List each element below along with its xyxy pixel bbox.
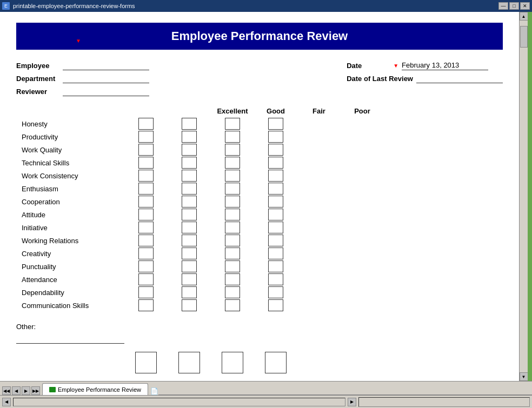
work-quality-good-checkbox[interactable] <box>182 144 197 156</box>
other-checkbox-row <box>16 349 503 376</box>
excellent-cell <box>124 196 168 208</box>
work-quality-fair-checkbox[interactable] <box>225 144 240 156</box>
reviewer-input[interactable] <box>63 86 149 96</box>
other-poor-checkbox[interactable] <box>265 352 287 373</box>
work-consistency-poor-checkbox[interactable] <box>268 170 283 182</box>
cooperation-excellent-checkbox[interactable] <box>138 196 154 208</box>
working-relations-good-checkbox[interactable] <box>182 235 197 246</box>
work-consistency-excellent-checkbox[interactable] <box>138 170 154 182</box>
attitude-good-checkbox[interactable] <box>182 209 197 220</box>
good-cell <box>168 196 211 208</box>
work-consistency-good-checkbox[interactable] <box>182 170 197 182</box>
horizontal-scroll-right[interactable]: ▶ <box>348 398 356 406</box>
attitude-poor-checkbox[interactable] <box>268 209 283 220</box>
creativity-excellent-checkbox[interactable] <box>138 248 154 259</box>
scroll-track[interactable] <box>520 21 528 372</box>
other-fair-checkbox[interactable] <box>222 352 243 373</box>
attitude-fair-checkbox[interactable] <box>225 209 240 220</box>
honesty-good-checkbox[interactable] <box>182 118 197 130</box>
poor-cell <box>254 131 297 143</box>
communication-skills-excellent-checkbox[interactable] <box>138 299 154 311</box>
attendance-fair-checkbox[interactable] <box>225 273 240 285</box>
technical-skills-fair-checkbox[interactable] <box>225 157 240 169</box>
creativity-poor-checkbox[interactable] <box>268 248 283 259</box>
enthusiasm-poor-checkbox[interactable] <box>268 183 283 195</box>
dependability-poor-checkbox[interactable] <box>268 286 283 298</box>
productivity-good-checkbox[interactable] <box>182 131 197 143</box>
initiative-good-checkbox[interactable] <box>182 222 197 233</box>
enthusiasm-good-checkbox[interactable] <box>182 183 197 195</box>
scroll-up-button[interactable]: ▲ <box>520 12 528 21</box>
next-sheet-button[interactable]: ▶ <box>22 386 30 395</box>
punctuality-poor-checkbox[interactable] <box>268 260 283 272</box>
cooperation-poor-checkbox[interactable] <box>268 196 283 208</box>
maximize-button[interactable]: □ <box>509 2 519 10</box>
attendance-excellent-checkbox[interactable] <box>138 273 154 285</box>
department-input[interactable] <box>63 73 149 83</box>
date-last-review-input[interactable] <box>416 73 503 83</box>
productivity-excellent-checkbox[interactable] <box>138 131 154 143</box>
working-relations-fair-checkbox[interactable] <box>225 235 240 246</box>
last-sheet-button[interactable]: ▶▶ <box>31 386 40 395</box>
other-excellent-checkbox[interactable] <box>135 352 157 373</box>
work-consistency-fair-checkbox[interactable] <box>225 170 240 182</box>
other-input[interactable] <box>16 334 124 344</box>
other-section: Other: <box>16 323 503 376</box>
tab-insert-button[interactable]: 📄 <box>150 387 158 395</box>
minimize-button[interactable]: — <box>498 2 508 10</box>
reviewer-field-row: Reviewer <box>16 86 149 96</box>
technical-skills-good-checkbox[interactable] <box>182 157 197 169</box>
punctuality-good-checkbox[interactable] <box>182 260 197 272</box>
dependability-good-checkbox[interactable] <box>182 286 197 298</box>
close-button[interactable]: ✕ <box>520 2 530 10</box>
rating-row: Technical Skills <box>16 156 503 169</box>
good-cell <box>168 222 211 233</box>
communication-skills-poor-checkbox[interactable] <box>268 299 283 311</box>
scroll-down-button[interactable]: ▼ <box>520 372 528 381</box>
other-good-checkbox[interactable] <box>178 352 200 373</box>
status-bar <box>358 397 530 407</box>
punctuality-excellent-checkbox[interactable] <box>138 260 154 272</box>
initiative-fair-checkbox[interactable] <box>225 222 240 233</box>
first-sheet-button[interactable]: ◀◀ <box>2 386 11 395</box>
creativity-fair-checkbox[interactable] <box>225 248 240 259</box>
work-quality-excellent-checkbox[interactable] <box>138 144 154 156</box>
criterion-label: Technical Skills <box>16 159 124 167</box>
cooperation-fair-checkbox[interactable] <box>225 196 240 208</box>
attendance-good-checkbox[interactable] <box>182 273 197 285</box>
poor-cell <box>254 209 297 220</box>
technical-skills-excellent-checkbox[interactable] <box>138 157 154 169</box>
attitude-excellent-checkbox[interactable] <box>138 209 154 220</box>
poor-cell <box>254 248 297 259</box>
technical-skills-poor-checkbox[interactable] <box>268 157 283 169</box>
cooperation-good-checkbox[interactable] <box>182 196 197 208</box>
attendance-poor-checkbox[interactable] <box>268 273 283 285</box>
work-quality-poor-checkbox[interactable] <box>268 144 283 156</box>
enthusiasm-fair-checkbox[interactable] <box>225 183 240 195</box>
dependability-fair-checkbox[interactable] <box>225 286 240 298</box>
communication-skills-fair-checkbox[interactable] <box>225 299 240 311</box>
initiative-poor-checkbox[interactable] <box>268 222 283 233</box>
productivity-poor-checkbox[interactable] <box>268 131 283 143</box>
horizontal-scrollbar[interactable] <box>13 398 345 406</box>
working-relations-excellent-checkbox[interactable] <box>138 235 154 246</box>
enthusiasm-excellent-checkbox[interactable] <box>138 183 154 195</box>
initiative-excellent-checkbox[interactable] <box>138 222 154 233</box>
honesty-excellent-checkbox[interactable] <box>138 118 154 130</box>
honesty-poor-checkbox[interactable] <box>268 118 283 130</box>
rating-row: Work Quality <box>16 143 503 156</box>
date-input[interactable] <box>402 61 488 70</box>
dependability-excellent-checkbox[interactable] <box>138 286 154 298</box>
scroll-thumb[interactable] <box>520 26 528 48</box>
prev-sheet-button[interactable]: ◀ <box>12 386 21 395</box>
active-tab[interactable]: Employee Performance Review <box>42 383 148 395</box>
criterion-label: Honesty <box>16 120 124 128</box>
horizontal-scroll-left[interactable]: ◀ <box>2 398 11 406</box>
communication-skills-good-checkbox[interactable] <box>182 299 197 311</box>
honesty-fair-checkbox[interactable] <box>225 118 240 130</box>
employee-input[interactable] <box>63 61 149 70</box>
creativity-good-checkbox[interactable] <box>182 248 197 259</box>
punctuality-fair-checkbox[interactable] <box>225 260 240 272</box>
working-relations-poor-checkbox[interactable] <box>268 235 283 246</box>
productivity-fair-checkbox[interactable] <box>225 131 240 143</box>
